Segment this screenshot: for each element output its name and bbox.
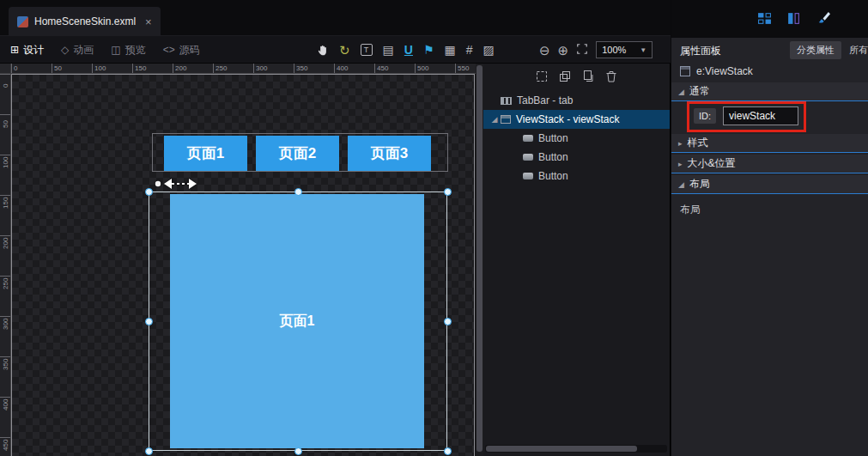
brush-icon[interactable] <box>813 9 832 27</box>
ruler-tick <box>0 114 11 115</box>
mode-source[interactable]: <>源码 <box>163 43 200 58</box>
preview-mode-icon: ◫ <box>111 44 120 56</box>
toolbar-tools: ↻T▤U⚑▦#▨ <box>316 36 495 64</box>
ruler-label: 50 <box>52 64 62 74</box>
section-general[interactable]: ◢ 通常 <box>671 82 868 101</box>
duplicate-icon[interactable] <box>581 70 595 83</box>
fit-screen-icon[interactable] <box>576 43 588 57</box>
canvas-tab-button[interactable]: 页面3 <box>348 136 431 171</box>
selection-handle[interactable] <box>145 188 153 196</box>
zoom-in-icon[interactable]: ⊕ <box>558 44 569 57</box>
zoom-level-dropdown[interactable]: 100% ▼ <box>596 41 653 58</box>
resize-cursor-icon <box>154 174 207 197</box>
flag-tool-icon[interactable]: ⚑ <box>423 44 434 56</box>
outline-horizontal-scrollbar[interactable] <box>485 445 667 453</box>
viewstack-icon <box>501 115 511 124</box>
ruler-label: 350 <box>2 359 9 370</box>
ruler-label: 250 <box>2 278 9 289</box>
tree-item[interactable]: Button <box>483 167 670 185</box>
transform-tool-icon[interactable]: T <box>361 44 373 56</box>
canvas-vertical-scrollbar[interactable] <box>476 64 483 456</box>
layers-brush-icon[interactable]: ▤ <box>383 44 394 56</box>
viewstack-page[interactable]: 页面1 <box>170 194 424 448</box>
ruler-label: 500 <box>415 64 428 74</box>
chevron-down-icon: ▼ <box>640 46 646 54</box>
ruler-label: 150 <box>132 64 146 74</box>
section-style[interactable]: ▸ 样式 <box>671 134 868 153</box>
tree-item-label: ViewStack - viewStack <box>516 113 620 125</box>
ruler-label: 550 <box>455 64 469 74</box>
selection-handle[interactable] <box>444 188 452 196</box>
canvas-tab-button[interactable]: 页面1 <box>164 136 247 171</box>
hand-tool-icon[interactable] <box>316 44 329 57</box>
grid-edit-icon[interactable]: ▨ <box>483 44 495 56</box>
selection-handle[interactable] <box>294 188 302 196</box>
ruler-tick <box>0 437 11 438</box>
selection-handle[interactable] <box>444 318 452 325</box>
layers-icon[interactable] <box>558 70 572 83</box>
mode-animation[interactable]: ◇动画 <box>61 43 94 58</box>
id-property-label: ID: <box>694 108 716 124</box>
selection-handle[interactable] <box>145 447 153 455</box>
outline-toolbar <box>535 70 618 83</box>
refresh-icon[interactable]: ↻ <box>339 44 350 57</box>
zoom-level-value: 100% <box>602 45 626 55</box>
mode-design[interactable]: ⊞设计 <box>10 43 44 58</box>
tree-item[interactable]: ◢ViewStack - viewStack <box>483 110 670 129</box>
zoom-out-icon[interactable]: ⊖ <box>539 44 550 57</box>
tree-expand-arrow[interactable]: ◢ <box>489 115 501 124</box>
zoom-controls: ⊖ ⊕ 100% ▼ <box>539 36 653 64</box>
ruler-label: 250 <box>213 64 227 74</box>
grid-tool-icon[interactable]: ▦ <box>445 44 456 56</box>
ruler-label: 0 <box>11 64 17 74</box>
scrollbar-thumb[interactable] <box>486 446 637 452</box>
ruler-left: 050100150200250300350400450 <box>0 74 11 456</box>
file-tab-title: HomeSceneSkin.exml <box>34 15 136 27</box>
ruler-label: 100 <box>2 157 9 168</box>
u-tool-icon[interactable]: U <box>404 44 413 56</box>
viewstack-page-label: 页面1 <box>280 313 315 331</box>
scrollbar-thumb[interactable] <box>476 65 483 452</box>
tab-all-properties[interactable]: 所有 <box>849 44 868 57</box>
tab-categorized-properties[interactable]: 分类属性 <box>790 41 841 59</box>
snap-grid-icon[interactable]: # <box>466 44 473 56</box>
chevron-expanded-icon: ◢ <box>678 88 684 96</box>
tree-item-label: Button <box>538 151 568 163</box>
section-layout[interactable]: ◢ 布局 <box>671 175 868 194</box>
ruler-label: 400 <box>2 399 9 410</box>
id-property-row: ID: <box>694 106 798 125</box>
file-tab[interactable]: HomeSceneSkin.exml × <box>9 7 161 36</box>
marquee-icon[interactable] <box>535 70 549 83</box>
selection-handle[interactable] <box>145 318 153 325</box>
ruler-label: 0 <box>2 84 9 88</box>
selection-handle[interactable] <box>444 447 452 455</box>
ruler-tick <box>0 155 11 155</box>
id-input[interactable] <box>723 106 798 125</box>
layout-panel-icon[interactable] <box>755 9 774 27</box>
toolbar-modes: ⊞设计◇动画◫预览<>源码 <box>10 36 200 64</box>
selection-handle[interactable] <box>294 447 302 455</box>
section-size-position[interactable]: ▸ 大小&位置 <box>671 155 868 173</box>
mode-preview[interactable]: ◫预览 <box>111 43 145 58</box>
viewstack-icon <box>680 66 690 76</box>
tab-close-button[interactable]: × <box>145 15 152 28</box>
mode-label: 动画 <box>73 43 94 58</box>
ruler-tick <box>0 276 11 277</box>
delete-icon[interactable] <box>604 70 618 83</box>
ruler-label: 100 <box>92 64 106 74</box>
canvas-tab-button[interactable]: 页面2 <box>256 136 339 171</box>
tabbar-icon <box>501 97 512 105</box>
tree-item[interactable]: Button <box>483 129 670 148</box>
design-stage[interactable]: 页面1页面2页面3 页面1 <box>11 74 475 456</box>
canvas-area: 050100150200250300350400450500550 050100… <box>0 64 476 456</box>
tree-item-label: Button <box>538 170 568 182</box>
chevron-expanded-icon: ◢ <box>678 180 684 189</box>
tree-item[interactable]: TabBar - tab <box>483 91 670 110</box>
mode-label: 设计 <box>23 43 44 58</box>
section-label: 大小&位置 <box>688 156 736 171</box>
right-panel-toolbar <box>671 0 868 38</box>
ruler-label: 200 <box>173 64 186 74</box>
tree-item-label: TabBar - tab <box>517 94 573 106</box>
tree-item[interactable]: Button <box>483 148 670 167</box>
columns-panel-icon[interactable] <box>784 9 803 27</box>
